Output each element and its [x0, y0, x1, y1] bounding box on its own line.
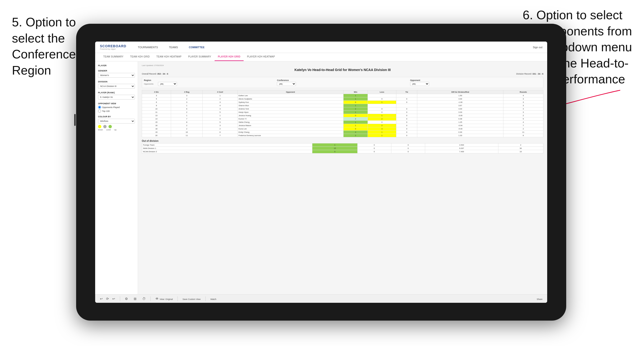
th-conf: # Conf [203, 90, 238, 94]
ood-td-rounds: 30 [498, 147, 543, 150]
td-div: 11 [142, 111, 171, 114]
th-opponent: Opponent [238, 90, 343, 94]
td-loss: 0 [368, 121, 396, 124]
td-conf: 6 [203, 131, 238, 134]
records-row: Overall Record: 353 - 34 - 6 Division Re… [142, 73, 543, 75]
toolbar-undo[interactable]: ↩ [99, 296, 104, 301]
colour-label-up: Up [114, 129, 116, 131]
td-loss: 1 [368, 101, 396, 104]
table-row: 11 2 5 Heejo Hyun 1 0 0 3.33 3 [142, 111, 543, 114]
ood-td-name: Foreign Team [142, 144, 312, 147]
filter-conf-select[interactable]: (All) [277, 82, 296, 86]
sidebar-player-rank-select[interactable]: 8. Katelyn Vo [98, 95, 135, 100]
toolbar-settings[interactable]: ⚙ [124, 296, 129, 301]
th-diff: Diff Av Strokes/Rnd [417, 90, 504, 94]
sub-nav-player-h2h-grid[interactable]: PLAYER H2H GRID [214, 53, 244, 61]
sub-nav-team-h2h-heatmap[interactable]: TEAM H2H HEATMAP [153, 53, 185, 61]
td-win: 2 [344, 134, 368, 137]
td-tie: 0 [396, 121, 417, 124]
sidebar-colour-label: Colour by [98, 115, 135, 118]
sub-nav-player-summary[interactable]: PLAYER SUMMARY [185, 53, 214, 61]
td-loss: 1 [368, 114, 396, 117]
td-loss: 2 [368, 124, 396, 127]
th-div: # Div [142, 90, 171, 94]
sidebar-division-section: Division NCAA Division III [98, 80, 135, 89]
toolbar-redo-1[interactable]: ⟳ [105, 296, 110, 301]
tablet-screen: SCOREBOARD Powered by clippd TOURNAMENTS… [95, 41, 547, 303]
td-conf: 2 [203, 97, 238, 101]
td-win: 1 [344, 124, 368, 127]
filter-region-select[interactable]: (All) [158, 82, 177, 86]
sidebar-gender-select[interactable]: Women's [98, 73, 135, 78]
nav-tournaments[interactable]: TOURNAMENTS [136, 45, 160, 50]
sidebar-radio-top100-input[interactable] [98, 110, 101, 113]
logo-text: SCOREBOARD [100, 44, 126, 48]
td-win: 1 [344, 94, 368, 97]
td-win: 0 [344, 101, 368, 104]
sidebar-radio-top100[interactable]: Top 100 [98, 110, 135, 113]
toolbar-save-custom-view[interactable]: Save Custom View [182, 296, 202, 301]
td-diff: -1.00 [417, 101, 504, 104]
toolbar-undo-2[interactable]: ↩ [111, 296, 116, 301]
td-loss: 3 [368, 127, 396, 131]
toolbar-share[interactable]: Share [536, 296, 543, 301]
sidebar-colour-section: Colour by Win/loss Down Level Up [98, 115, 135, 131]
filter-opponent-group: Opponent (All) [410, 79, 541, 86]
ood-td-name: NCAA Division 2 [142, 150, 312, 154]
td-tie: 0 [396, 97, 417, 101]
td-div: 19 [142, 131, 171, 134]
td-reg: 3 [171, 94, 202, 97]
sidebar-colour-select[interactable]: Win/loss [98, 119, 135, 124]
td-diff: 3.33 [417, 111, 504, 114]
td-tie: 0 [396, 101, 417, 104]
colour-dot-down [98, 125, 101, 128]
td-diff: -0.94 [417, 124, 504, 127]
ood-td-win: 1 [312, 144, 357, 147]
td-name: Federica Domecq Lacroze [238, 134, 343, 137]
toolbar-copy[interactable]: ⊞ [133, 296, 138, 301]
toolbar-clock[interactable]: ⏱ [141, 296, 146, 301]
td-diff: 1.25 [417, 121, 504, 124]
td-tie: 0 [396, 111, 417, 114]
td-div: 13 [142, 114, 171, 117]
filter-opponents-sublabel: Opponents: [144, 83, 157, 85]
td-reg: 1 [171, 104, 202, 107]
td-name: Alexis Sudjianto [238, 97, 343, 101]
td-reg: 2 [171, 124, 202, 127]
ood-td-loss: 0 [357, 150, 391, 154]
toolbar-view-original[interactable]: 👁 View: Original [154, 296, 174, 301]
table-row: 19 10 6 Emily Chang 4 1 0 0.30 11 [142, 131, 543, 134]
nav-teams[interactable]: TEAMS [167, 45, 180, 50]
sidebar-radio-opp-played-input[interactable] [98, 106, 101, 109]
sub-nav-team-summary[interactable]: TEAM SUMMARY [100, 53, 127, 61]
td-diff: 0.38 [417, 117, 504, 121]
logo-area: SCOREBOARD Powered by clippd [100, 44, 126, 50]
sub-nav-player-h2h-heatmap[interactable]: PLAYER H2H HEATMAP [244, 53, 278, 61]
tablet-side-button [74, 114, 76, 126]
sign-out[interactable]: Sign out [533, 46, 542, 49]
sidebar-opponent-view-section: Opponent view Opponents Played Top 100 [98, 102, 135, 113]
ood-td-diff: 9.267 [425, 147, 498, 150]
toolbar-divider-4 [205, 296, 206, 301]
td-reg: 6 [171, 107, 202, 111]
sidebar-gender-label: Gender [98, 70, 135, 72]
td-win: 2 [344, 117, 368, 121]
td-reg: 2 [171, 97, 202, 101]
td-reg: 11 [171, 134, 202, 137]
sidebar-opponent-view-label: Opponent view [98, 102, 135, 105]
table-row: 16 2 3 Jessica Mason 1 2 0 -0.94 7 [142, 124, 543, 127]
sidebar-radio-opp-played[interactable]: Opponents Played [98, 106, 135, 109]
sidebar-division-select[interactable]: NCAA Division III [98, 84, 135, 89]
overall-record: Overall Record: 353 - 34 - 6 [142, 73, 168, 75]
td-div: 9 [142, 104, 171, 107]
sub-nav-team-h2h-grid[interactable]: TEAM H2H GRID [127, 53, 153, 61]
filter-opponent-select[interactable]: (All) [410, 82, 429, 86]
td-diff: 1.50 [417, 94, 504, 97]
nav-committee[interactable]: COMMITTEE [187, 45, 206, 50]
main-data-table: # Div # Reg # Conf Opponent Win Loss Tie… [142, 90, 543, 137]
td-loss: 0 [368, 107, 396, 111]
toolbar-divider-2 [150, 296, 150, 301]
toolbar-watch[interactable]: Watch [209, 296, 217, 301]
sidebar: Player Gender Women's Division NCAA Divi… [95, 61, 138, 294]
logo-sub: Powered by clippd [100, 48, 126, 50]
